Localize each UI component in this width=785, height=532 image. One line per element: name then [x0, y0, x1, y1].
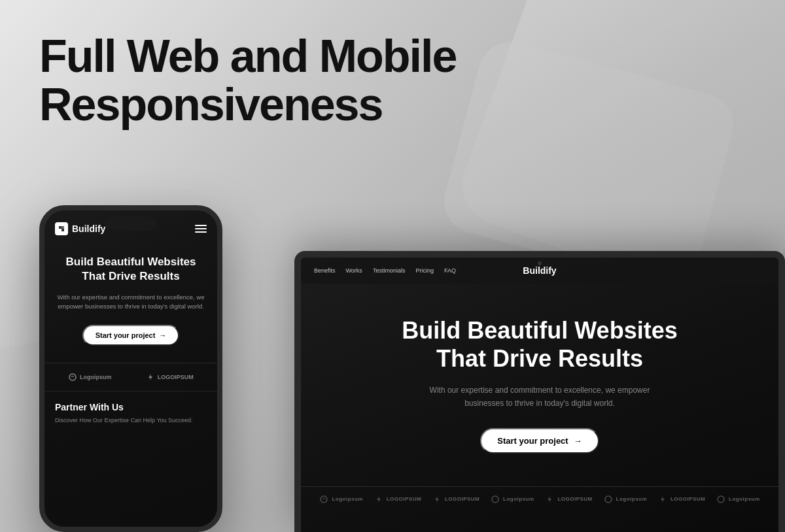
- laptop-cta-button[interactable]: Start your project →: [480, 428, 599, 454]
- laptop-logo-icon-0: [319, 495, 328, 504]
- svg-point-2: [321, 496, 327, 503]
- phone-hero-section: Build Beautiful Websites That Drive Resu…: [44, 242, 217, 356]
- laptop-logo-4: LOGOIPSUM: [545, 495, 592, 504]
- laptop-nav-logo: Buildify: [464, 265, 615, 276]
- laptop-logo-text: Buildify: [523, 265, 556, 276]
- phone-cta-arrow: →: [159, 331, 166, 339]
- phone-partner-title: Partner With Us: [55, 402, 207, 412]
- laptop-logo-4-text: LOGOIPSUM: [557, 496, 592, 502]
- phone-hamburger-icon[interactable]: [195, 225, 207, 233]
- phone-logo-icon: [55, 222, 68, 235]
- laptop-screen: Benefits Works Testimonials Pricing FAQ …: [301, 258, 778, 532]
- laptop-logo-icon-2: [432, 495, 442, 504]
- phone-notch: [105, 217, 157, 230]
- laptop-logo-icon-7: [716, 495, 725, 504]
- laptop-device: Benefits Works Testimonials Pricing FAQ …: [294, 251, 785, 532]
- laptop-nav-links: Benefits Works Testimonials Pricing FAQ: [314, 267, 464, 274]
- laptop-logo-5-text: Logoipsum: [616, 496, 648, 502]
- laptop-logo-6-text: LOGOIPSUM: [671, 496, 705, 502]
- laptop-logo-1-text: LOGOIPSUM: [387, 496, 421, 502]
- laptop-camera: [538, 261, 542, 265]
- laptop-hero-desc: With our expertise and commitment to exc…: [428, 384, 651, 409]
- nav-link-testimonials[interactable]: Testimonials: [373, 267, 406, 274]
- laptop-logo-1: LOGOIPSUM: [374, 495, 421, 504]
- phone-logo: Buildify: [55, 222, 105, 235]
- headline-line1: Full Web and Mobile: [39, 31, 456, 82]
- hamburger-line-2: [195, 228, 207, 229]
- laptop-logo-6: LOGOIPSUM: [658, 495, 705, 504]
- hamburger-line-3: [195, 231, 207, 233]
- phone-device: Buildify Build Beautiful Websites That D…: [39, 205, 222, 532]
- phone-logo-text: Buildify: [72, 224, 105, 234]
- laptop-logo-2-text: LOGOIPSUM: [445, 496, 480, 502]
- svg-point-9: [718, 496, 724, 503]
- hamburger-line-1: [195, 225, 207, 226]
- bolt-icon: [146, 373, 155, 382]
- laptop-hero-section: Build Beautiful Websites That Drive Resu…: [301, 284, 778, 473]
- phone-partner-desc: Discover How Our Expertise Can Help You …: [55, 416, 207, 425]
- svg-point-5: [492, 496, 498, 503]
- laptop-logo-7-text: Logoipsum: [729, 496, 760, 502]
- nav-link-faq[interactable]: FAQ: [444, 267, 456, 274]
- headline-line2: Responsiveness: [39, 79, 382, 130]
- laptop-logo-icon-5: [604, 495, 613, 504]
- laptop-logo-3-text: Logoipsum: [503, 496, 534, 502]
- laptop-cta-arrow: →: [574, 436, 582, 446]
- phone-screen: Buildify Build Beautiful Websites That D…: [44, 210, 217, 527]
- laptop-mockup: Benefits Works Testimonials Pricing FAQ …: [294, 251, 785, 532]
- laptop-logo-7: Logoipsum: [716, 495, 760, 504]
- svg-marker-6: [548, 496, 551, 503]
- svg-point-0: [69, 374, 76, 380]
- phone-mockup: Buildify Build Beautiful Websites That D…: [39, 205, 222, 532]
- svg-marker-1: [148, 374, 152, 380]
- laptop-logo-icon-4: [545, 495, 554, 504]
- laptop-logos-bar: Logoipsum LOGOIPSUM LOGOIPSUM: [301, 486, 778, 512]
- buildify-icon: [58, 225, 65, 233]
- phone-partner-section: Partner With Us Discover How Our Experti…: [44, 391, 217, 435]
- laptop-logo-0-text: Logoipsum: [332, 496, 363, 502]
- nav-link-pricing[interactable]: Pricing: [415, 267, 434, 274]
- leaf-icon: [68, 373, 77, 382]
- main-headline: Full Web and Mobile Responsiveness: [39, 33, 464, 129]
- laptop-cta-label: Start your project: [497, 436, 568, 446]
- nav-link-works[interactable]: Works: [346, 267, 362, 274]
- phone-logos-bar: Logoipsum LOGOIPSUM: [44, 363, 217, 391]
- svg-point-7: [605, 496, 612, 503]
- laptop-logo-icon-6: [658, 495, 667, 504]
- laptop-hero-title: Build Beautiful Websites That Drive Resu…: [376, 316, 703, 373]
- laptop-logo-5: Logoipsum: [604, 495, 648, 504]
- laptop-logo-3: Logoipsum: [491, 495, 534, 504]
- nav-link-benefits[interactable]: Benefits: [314, 267, 336, 274]
- phone-logo-2-text: LOGOIPSUM: [158, 374, 194, 380]
- phone-cta-button[interactable]: Start your project →: [82, 325, 180, 346]
- phone-logo-item-2: LOGOIPSUM: [146, 373, 194, 382]
- svg-marker-3: [377, 496, 381, 503]
- phone-hero-desc: With our expertise and commitment to exc…: [55, 293, 207, 312]
- phone-cta-label: Start your project: [96, 331, 156, 339]
- page-content: Full Web and Mobile Responsiveness Build…: [0, 0, 785, 532]
- svg-marker-8: [661, 496, 665, 503]
- phone-logo-1-text: Logoipsum: [80, 374, 112, 380]
- svg-marker-4: [435, 496, 439, 503]
- laptop-logo-2: LOGOIPSUM: [432, 495, 480, 504]
- phone-hero-title: Build Beautiful Websites That Drive Resu…: [55, 255, 207, 284]
- laptop-logo-icon-3: [491, 495, 500, 504]
- laptop-logo-0: Logoipsum: [319, 495, 363, 504]
- laptop-logo-icon-1: [374, 495, 383, 504]
- phone-logo-item-1: Logoipsum: [68, 373, 112, 382]
